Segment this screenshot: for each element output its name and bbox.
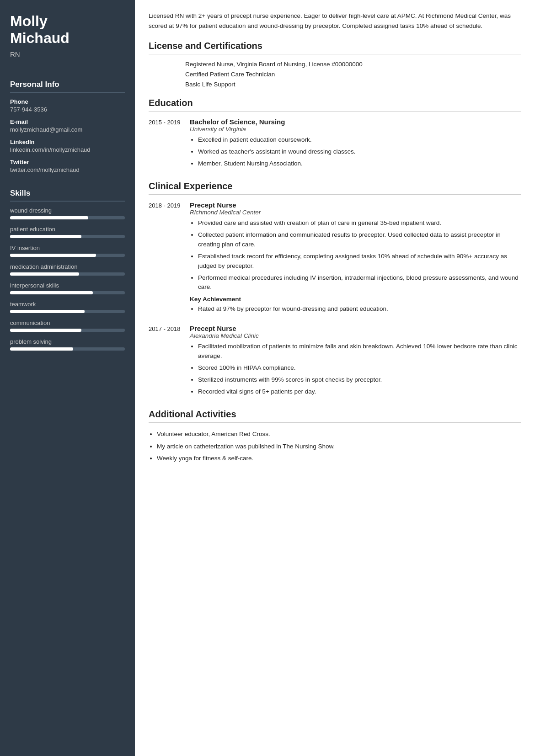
skill-label: teamwork — [10, 301, 125, 308]
license-section: License and Certifications Registered Nu… — [149, 41, 521, 88]
entry-title: Precept Nurse — [190, 325, 521, 332]
achievement-bullets: Rated at 97% by preceptor for wound-dres… — [190, 304, 521, 314]
cert-item: Basic Life Support — [185, 81, 521, 88]
bullet-item: Provided care and assisted with creation… — [198, 218, 521, 228]
entry-bullets: Provided care and assisted with creation… — [190, 218, 521, 292]
personal-info-title: Personal Info — [10, 80, 125, 93]
achievement-item: Rated at 97% by preceptor for wound-dres… — [198, 304, 521, 314]
entry-title: Bachelor of Science, Nursing — [190, 118, 521, 126]
bullet-item: Facilitated mobilization of patients to … — [198, 342, 521, 361]
skills-section: Skills wound dressing patient education … — [0, 182, 135, 361]
bullet-item: Established track record for efficiency,… — [198, 252, 521, 271]
entry-subtitle: Alexandria Medical Clinic — [190, 332, 521, 339]
bullet-item: Worked as teacher's assistant in wound d… — [198, 147, 521, 157]
twitter-label: Twitter — [10, 159, 125, 165]
skill-item: communication — [10, 319, 125, 332]
skill-item: wound dressing — [10, 207, 125, 219]
skill-label: patient education — [10, 226, 125, 233]
cert-item: Certified Patient Care Technician — [185, 71, 521, 78]
twitter-contact: Twitter twitter.com/mollyzmichaud — [10, 159, 125, 173]
skill-item: patient education — [10, 226, 125, 238]
phone-contact: Phone 757-944-3536 — [10, 98, 125, 113]
education-entries: 2015 - 2019 Bachelor of Science, Nursing… — [149, 118, 521, 171]
skill-item: medication administration — [10, 263, 125, 276]
skill-bar-fill — [10, 347, 73, 351]
activity-item: My article on catheterization was publis… — [157, 442, 521, 452]
experience-entry: 2018 - 2019 Precept Nurse Richmond Medic… — [149, 201, 521, 316]
certifications-list: Registered Nurse, Virginia Board of Nurs… — [149, 61, 521, 88]
linkedin-label: LinkedIn — [10, 138, 125, 145]
skill-label: interpersonal skills — [10, 282, 125, 289]
linkedin-value: linkedin.com/in/mollyzmichaud — [10, 146, 125, 153]
skills-title: Skills — [10, 189, 125, 202]
bullet-item: Member, Student Nursing Association. — [198, 159, 521, 169]
entry-dates: 2018 - 2019 — [149, 201, 190, 316]
skill-bar-bg — [10, 254, 125, 257]
activities-section: Additional Activities Volunteer educator… — [149, 409, 521, 463]
bullet-item: Performed medical procedures including I… — [198, 273, 521, 293]
skill-bar-bg — [10, 291, 125, 294]
cert-item: Registered Nurse, Virginia Board of Nurs… — [185, 61, 521, 68]
summary-text: Licensed RN with 2+ years of precept nur… — [149, 11, 521, 31]
skill-item: interpersonal skills — [10, 282, 125, 294]
skill-label: IV insertion — [10, 245, 125, 251]
skill-label: communication — [10, 319, 125, 326]
skill-bar-bg — [10, 235, 125, 238]
skill-bar-fill — [10, 310, 85, 313]
entry-dates: 2017 - 2018 — [149, 325, 190, 399]
entry-content: Bachelor of Science, Nursing University … — [190, 118, 521, 171]
experience-section-title: Clinical Experience — [149, 181, 521, 195]
skill-bar-fill — [10, 216, 88, 219]
skill-bar-fill — [10, 291, 93, 294]
skill-item: problem solving — [10, 338, 125, 351]
email-value: mollyzmichaud@gmail.com — [10, 126, 125, 133]
entry-subtitle: Richmond Medical Center — [190, 209, 521, 216]
skill-bar-bg — [10, 310, 125, 313]
experience-entry: 2017 - 2018 Precept Nurse Alexandria Med… — [149, 325, 521, 399]
skill-label: wound dressing — [10, 207, 125, 214]
license-section-title: License and Certifications — [149, 41, 521, 54]
skill-bar-fill — [10, 329, 81, 332]
skill-item: IV insertion — [10, 245, 125, 257]
skill-bar-fill — [10, 272, 79, 276]
bullet-item: Scored 100% in HIPAA compliance. — [198, 363, 521, 373]
sidebar-header: Molly Michaud RN — [0, 0, 135, 74]
bullet-item: Sterilized instruments with 99% scores i… — [198, 375, 521, 385]
skill-bar-fill — [10, 235, 81, 238]
skill-bar-bg — [10, 216, 125, 219]
experience-section: Clinical Experience 2018 - 2019 Precept … — [149, 181, 521, 399]
skills-list: wound dressing patient education IV inse… — [10, 207, 125, 351]
education-section: Education 2015 - 2019 Bachelor of Scienc… — [149, 98, 521, 171]
entry-dates: 2015 - 2019 — [149, 118, 190, 171]
activities-list: Volunteer educator, American Red Cross.M… — [149, 429, 521, 463]
phone-label: Phone — [10, 98, 125, 105]
email-label: E-mail — [10, 118, 125, 125]
main-content: Licensed RN with 2+ years of precept nur… — [135, 0, 535, 756]
personal-info-section: Personal Info Phone 757-944-3536 E-mail … — [0, 74, 135, 182]
entry-bullets: Facilitated mobilization of patients to … — [190, 342, 521, 397]
phone-value: 757-944-3536 — [10, 106, 125, 113]
experience-entries: 2018 - 2019 Precept Nurse Richmond Medic… — [149, 201, 521, 399]
key-achievement-label: Key Achievement — [190, 296, 521, 303]
entry-subtitle: University of Virginia — [190, 126, 521, 133]
skill-bar-fill — [10, 254, 96, 257]
skill-label: problem solving — [10, 338, 125, 345]
bullet-item: Excelled in patient education coursework… — [198, 135, 521, 145]
skill-item: teamwork — [10, 301, 125, 313]
education-entry: 2015 - 2019 Bachelor of Science, Nursing… — [149, 118, 521, 171]
skill-bar-bg — [10, 272, 125, 276]
bullet-item: Collected patient information and commun… — [198, 230, 521, 250]
twitter-value: twitter.com/mollyzmichaud — [10, 166, 125, 173]
activity-item: Weekly yoga for fitness & self-care. — [157, 453, 521, 463]
skill-bar-bg — [10, 329, 125, 332]
linkedin-contact: LinkedIn linkedin.com/in/mollyzmichaud — [10, 138, 125, 153]
entry-content: Precept Nurse Richmond Medical Center Pr… — [190, 201, 521, 316]
entry-bullets: Excelled in patient education coursework… — [190, 135, 521, 169]
sidebar: Molly Michaud RN Personal Info Phone 757… — [0, 0, 135, 756]
skill-label: medication administration — [10, 263, 125, 270]
education-section-title: Education — [149, 98, 521, 112]
candidate-title: RN — [10, 50, 125, 66]
entry-title: Precept Nurse — [190, 201, 521, 209]
activity-item: Volunteer educator, American Red Cross. — [157, 429, 521, 439]
candidate-name: Molly Michaud — [10, 13, 125, 47]
